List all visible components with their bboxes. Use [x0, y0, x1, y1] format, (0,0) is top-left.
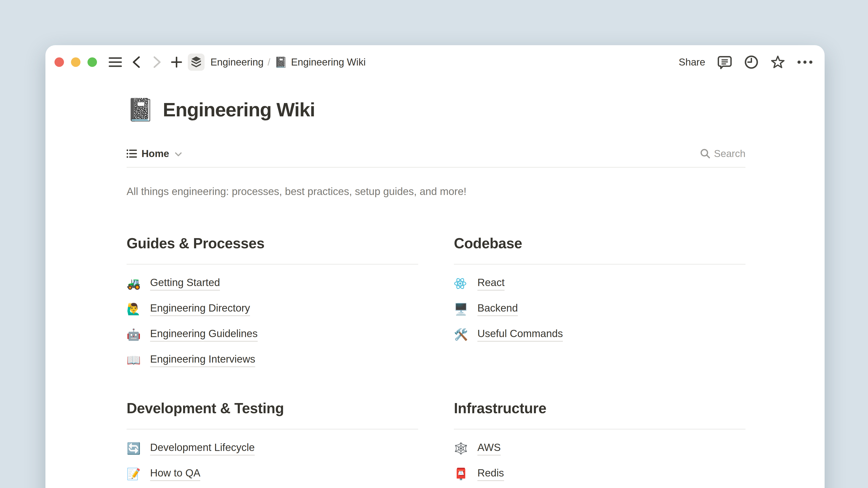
link-development-lifecycle[interactable]: Development Lifecycle — [150, 441, 255, 455]
section-divider — [454, 429, 745, 429]
tab-home-label: Home — [142, 148, 169, 159]
section-divider — [454, 264, 745, 265]
topbar-actions: Share — [679, 55, 813, 69]
teamspace-chip[interactable] — [188, 54, 205, 71]
page-title-row: 📓 Engineering Wiki — [127, 96, 745, 123]
breadcrumb-separator: / — [268, 57, 270, 68]
memo-emoji-icon: 📝 — [127, 468, 150, 480]
back-icon[interactable] — [132, 56, 141, 68]
link-engineering-directory[interactable]: Engineering Directory — [150, 302, 250, 316]
link-how-to-qa[interactable]: How to QA — [150, 467, 200, 481]
link-useful-commands[interactable]: Useful Commands — [477, 327, 563, 341]
page-title[interactable]: Engineering Wiki — [163, 97, 315, 123]
page-description[interactable]: All things engineering: processes, best … — [127, 185, 745, 198]
section-title: Development & Testing — [127, 400, 418, 417]
breadcrumb: Engineering / 📓 Engineering Wiki — [211, 57, 366, 68]
view-tabs-row: Home Search — [127, 146, 745, 161]
arrows-cycle-emoji-icon: 🔄 — [127, 443, 150, 454]
list-item: 🙋‍♂️ Engineering Directory — [127, 296, 418, 322]
robot-emoji-icon: 🤖 — [127, 329, 150, 340]
postbox-emoji-icon: 📮 — [454, 468, 477, 480]
section-divider — [127, 429, 418, 429]
link-engineering-interviews[interactable]: Engineering Interviews — [150, 353, 255, 367]
open-book-emoji-icon: 📖 — [127, 355, 150, 366]
search-label: Search — [714, 148, 745, 159]
share-button[interactable]: Share — [679, 57, 705, 68]
desktop-computer-emoji-icon: 🖥️ — [454, 303, 477, 315]
list-item: 🚜 Getting Started — [127, 271, 418, 296]
favorite-star-icon[interactable] — [771, 55, 785, 69]
list-item: 🔄 Development Lifecycle — [127, 435, 418, 461]
new-page-icon[interactable] — [171, 57, 182, 68]
react-logo-icon — [454, 278, 477, 289]
macos-traffic-lights — [55, 57, 97, 67]
raising-hand-emoji-icon: 🙋‍♂️ — [127, 303, 150, 315]
updates-clock-icon[interactable] — [744, 55, 758, 69]
zoom-window-button[interactable] — [88, 57, 97, 67]
tractor-emoji-icon: 🚜 — [127, 278, 150, 289]
section-development-testing: Development & Testing 🔄 Development Life… — [127, 400, 418, 487]
sidebar-menu-icon[interactable] — [109, 57, 122, 68]
spider-web-emoji-icon: 🕸️ — [454, 443, 477, 454]
list-item: 🖥️ Backend — [454, 296, 745, 322]
link-aws[interactable]: AWS — [477, 441, 501, 455]
hammer-wrench-emoji-icon: 🛠️ — [454, 329, 477, 340]
sections-grid: Guides & Processes 🚜 Getting Started 🙋‍♂… — [127, 235, 745, 487]
layers-icon — [191, 56, 202, 68]
more-options-icon[interactable] — [797, 60, 813, 64]
page-content: 📓 Engineering Wiki Home — [127, 96, 745, 487]
breadcrumb-page[interactable]: Engineering Wiki — [291, 57, 366, 68]
list-item: React — [454, 271, 745, 296]
list-item: 🕸️ AWS — [454, 435, 745, 461]
chevron-down-icon — [175, 152, 182, 156]
section-title: Guides & Processes — [127, 235, 418, 252]
link-react[interactable]: React — [477, 276, 504, 291]
list-item: 📮 Redis — [454, 461, 745, 487]
section-title: Infrastructure — [454, 400, 745, 417]
notion-window: Engineering / 📓 Engineering Wiki Share — [45, 45, 825, 488]
list-view-icon — [127, 149, 137, 158]
close-window-button[interactable] — [55, 57, 64, 67]
list-item: 🤖 Engineering Guidelines — [127, 322, 418, 347]
link-redis[interactable]: Redis — [477, 467, 504, 481]
section-codebase: Codebase — [454, 235, 745, 373]
notebook-emoji-icon: 📓 — [274, 57, 287, 67]
tab-home[interactable]: Home — [127, 148, 182, 159]
comments-icon[interactable] — [717, 55, 732, 69]
section-infrastructure: Infrastructure 🕸️ AWS 📮 Redis — [454, 400, 745, 487]
list-item: 📝 How to QA — [127, 461, 418, 487]
link-engineering-guidelines[interactable]: Engineering Guidelines — [150, 327, 258, 341]
window-titlebar: Engineering / 📓 Engineering Wiki Share — [45, 45, 825, 76]
section-title: Codebase — [454, 235, 745, 252]
list-item: 📖 Engineering Interviews — [127, 347, 418, 373]
page-notebook-emoji-icon[interactable]: 📓 — [127, 96, 154, 123]
link-backend[interactable]: Backend — [477, 302, 518, 316]
link-getting-started[interactable]: Getting Started — [150, 276, 220, 291]
minimize-window-button[interactable] — [71, 57, 81, 67]
view-divider — [127, 167, 745, 168]
search-icon — [700, 149, 710, 159]
breadcrumb-workspace[interactable]: Engineering — [211, 57, 264, 68]
search-control[interactable]: Search — [700, 148, 745, 159]
section-guides-processes: Guides & Processes 🚜 Getting Started 🙋‍♂… — [127, 235, 418, 373]
forward-icon[interactable] — [153, 56, 161, 68]
section-divider — [127, 264, 418, 265]
list-item: 🛠️ Useful Commands — [454, 322, 745, 347]
